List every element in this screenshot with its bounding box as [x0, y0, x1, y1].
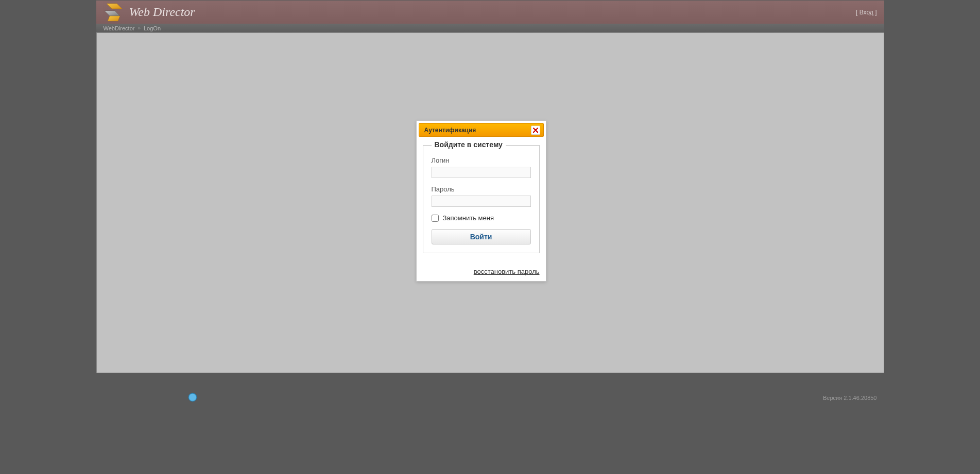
header-login-link[interactable]: [ Вход ] [856, 9, 876, 16]
fieldset-legend: Войдите в систему [432, 141, 506, 149]
recover-row: восстановить пароль [417, 259, 546, 281]
remember-row: Запомнить меня [432, 214, 531, 222]
login-dialog: Аутентификация Войдите в систему Логин [416, 120, 546, 282]
app-title: Web Director [129, 5, 195, 19]
content-area: Аутентификация Войдите в систему Логин [96, 32, 884, 373]
version-text: Версия 2.1.46.20850 [823, 395, 876, 401]
submit-button[interactable]: Войти [432, 229, 531, 244]
breadcrumb-item-root[interactable]: WebDirector [104, 25, 135, 31]
app-logo-icon [102, 2, 124, 23]
close-icon [533, 128, 538, 133]
login-fieldset: Войдите в систему Логин Пароль Запомн [423, 141, 540, 253]
dialog-body: Войдите в систему Логин Пароль Запомн [417, 139, 546, 259]
help-icon[interactable] [188, 393, 197, 402]
dialog-close-button[interactable] [531, 126, 540, 135]
breadcrumb-separator-icon: » [137, 25, 141, 31]
password-input[interactable] [432, 196, 531, 207]
password-label: Пароль [432, 185, 531, 193]
login-group: Логин [432, 156, 531, 178]
app-header: Web Director [ Вход ] [96, 0, 884, 24]
breadcrumb: WebDirector » LogOn [96, 24, 884, 32]
remember-label: Запомнить меня [443, 214, 494, 222]
password-group: Пароль [432, 185, 531, 207]
breadcrumb-item-current[interactable]: LogOn [144, 25, 161, 31]
recover-password-link[interactable]: восстановить пароль [474, 268, 540, 275]
footer: Версия 2.1.46.20850 [96, 373, 884, 402]
login-label: Логин [432, 156, 531, 164]
svg-point-1 [189, 394, 196, 401]
dialog-titlebar: Аутентификация [419, 123, 544, 137]
dialog-title: Аутентификация [424, 127, 476, 134]
login-input[interactable] [432, 167, 531, 178]
remember-checkbox[interactable] [432, 215, 439, 222]
